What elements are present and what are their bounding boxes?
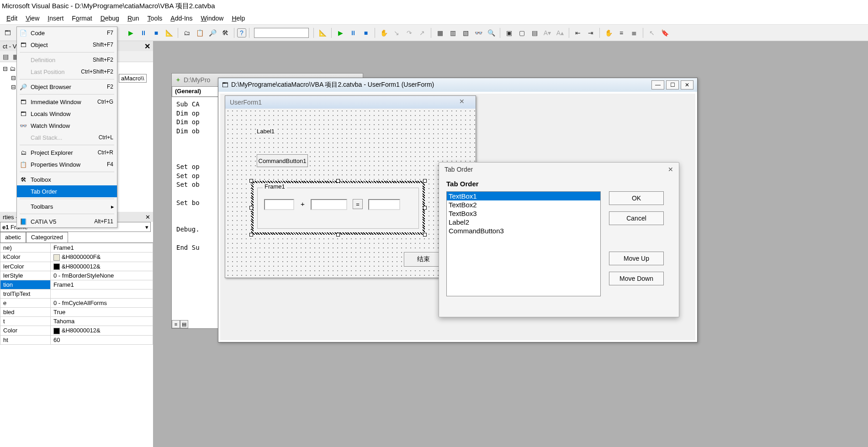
stop-icon[interactable]: ■ <box>150 27 162 39</box>
property-value[interactable]: &H80000012& <box>51 262 153 271</box>
menu-item-object[interactable]: 🗔ObjectShift+F7 <box>17 39 117 51</box>
indent-icon[interactable]: ⇥ <box>585 27 597 39</box>
stop2-icon[interactable]: ■ <box>360 27 372 39</box>
resize-handle[interactable] <box>249 206 253 210</box>
property-value[interactable]: Tahoma <box>51 317 153 326</box>
menu-format[interactable]: Format <box>68 13 95 23</box>
expand-icon[interactable]: ⊟ <box>11 74 16 81</box>
menu-item-tab-order[interactable]: Tab Order <box>17 185 117 197</box>
property-value[interactable]: Frame1 <box>51 243 153 252</box>
property-value[interactable]: True <box>51 308 153 317</box>
align-icon[interactable]: ▦ <box>434 27 446 39</box>
property-row[interactable]: bledTrue <box>0 308 153 317</box>
menu-item-locals-window[interactable]: 🗔Locals Window <box>17 108 117 120</box>
close-icon[interactable]: ✕ <box>459 98 471 107</box>
cancel-button[interactable]: Cancel <box>609 211 664 225</box>
tab-order-item[interactable]: TextBox1 <box>447 192 600 200</box>
align3-icon[interactable]: ▧ <box>460 27 471 39</box>
tab-alphabetic[interactable]: abetic <box>0 232 26 242</box>
menu-item-watch-window[interactable]: 👓Watch Window <box>17 120 117 131</box>
maximize-button[interactable]: ☐ <box>666 80 679 89</box>
resize-handle[interactable] <box>423 233 427 237</box>
menu-item-properties-window[interactable]: 📋Properties WindowF4 <box>17 158 117 170</box>
property-value[interactable]: Frame1 <box>51 280 153 289</box>
close-icon[interactable]: ✕ <box>144 42 150 51</box>
project-icon[interactable]: 🗂 <box>181 27 193 39</box>
property-row[interactable]: e0 - fmCycleAllForms <box>0 299 153 308</box>
move-down-button[interactable]: Move Down <box>609 272 664 285</box>
property-value[interactable]: &H8000000F& <box>51 252 153 262</box>
menu-view[interactable]: View <box>22 13 43 23</box>
property-row[interactable]: tionFrame1 <box>0 280 153 289</box>
property-value[interactable] <box>51 289 153 299</box>
expand-icon[interactable]: ⊟ <box>3 65 8 72</box>
move-up-button[interactable]: Move Up <box>609 252 664 265</box>
label1[interactable]: Label1 <box>257 128 275 135</box>
menu-addins[interactable]: Add-Ins <box>167 13 196 23</box>
tb-combo[interactable] <box>254 28 309 38</box>
design-icon[interactable]: 📐 <box>163 27 175 39</box>
proc-view-icon[interactable]: ≡ <box>172 320 180 328</box>
resize-handle[interactable] <box>423 206 427 210</box>
tab-order-item[interactable]: Label2 <box>447 218 600 226</box>
textbox3[interactable] <box>368 199 400 210</box>
toolbox-icon[interactable]: 🛠 <box>219 27 231 39</box>
tb-view-icon[interactable]: 🗔 <box>2 27 14 39</box>
menu-help[interactable]: Help <box>228 13 249 23</box>
tab-order-item[interactable]: TextBox3 <box>447 209 600 218</box>
comment-icon[interactable]: ≡ <box>615 27 627 39</box>
commandbutton3[interactable]: = <box>353 199 363 209</box>
run-icon[interactable]: ▶ <box>125 27 137 39</box>
property-row[interactable]: kColor&H8000000F& <box>0 252 153 262</box>
menu-item-toolbox[interactable]: 🛠Toolbox <box>17 174 117 185</box>
property-row[interactable]: tTahoma <box>0 317 153 326</box>
full-view-icon[interactable]: ▤ <box>180 320 188 328</box>
textbox1[interactable] <box>264 199 294 210</box>
close-icon[interactable]: ✕ <box>145 214 150 221</box>
menu-item-object-browser[interactable]: 🔎Object BrowserF2 <box>17 81 117 93</box>
property-row[interactable]: lerStyle0 - fmBorderStyleNone <box>0 271 153 280</box>
bring-front-icon[interactable]: ▣ <box>503 27 515 39</box>
object-browser-icon[interactable]: 🔎 <box>206 27 218 39</box>
send-back-icon[interactable]: ▢ <box>516 27 528 39</box>
properties-icon[interactable]: 📋 <box>194 27 206 39</box>
menu-tools[interactable]: Tools <box>144 13 166 23</box>
commandbutton1[interactable]: CommandButton1 <box>257 154 308 167</box>
menu-item-code[interactable]: 📄CodeF7 <box>17 27 117 39</box>
minimize-button[interactable]: — <box>651 80 664 89</box>
tab-categorized[interactable]: Categorized <box>26 232 68 242</box>
menu-window[interactable]: Window <box>197 13 228 23</box>
property-value[interactable]: 0 - fmBorderStyleNone <box>51 271 153 280</box>
resize-handle[interactable] <box>336 179 340 183</box>
frame1-wrapper[interactable]: Frame1 + = <box>251 181 425 235</box>
close-icon[interactable]: ✕ <box>668 166 673 173</box>
property-row[interactable]: trolTipText <box>0 289 153 299</box>
ok-button[interactable]: OK <box>609 191 664 205</box>
resize-handle[interactable] <box>336 233 340 237</box>
outdent-icon[interactable]: ⇤ <box>572 27 584 39</box>
property-row[interactable]: lerColor&H80000012& <box>0 262 153 271</box>
tab-order-list[interactable]: TextBox1TextBox2TextBox3Label2CommandBut… <box>446 191 601 296</box>
menu-run[interactable]: Run <box>124 13 143 23</box>
form-window-title[interactable]: 🗔 D:\MyPrograme\catiaMacro\VBA 项目2.catvb… <box>218 78 697 92</box>
property-value[interactable]: 0 - fmCycleAllForms <box>51 299 153 308</box>
menu-insert[interactable]: Insert <box>44 13 67 23</box>
menu-edit[interactable]: Edit <box>3 13 21 23</box>
uncomment-icon[interactable]: ≣ <box>628 27 640 39</box>
property-value[interactable]: 60 <box>51 335 153 344</box>
pause-icon[interactable]: ⏸ <box>138 27 149 39</box>
design-mode-icon[interactable]: 📐 <box>317 27 328 39</box>
property-row[interactable]: Color&H80000012& <box>0 326 153 336</box>
tab-order-item[interactable]: TextBox2 <box>447 200 600 209</box>
pause2-icon[interactable]: ⏸ <box>347 27 359 39</box>
menu-debug[interactable]: Debug <box>97 13 123 23</box>
menu-item-project-explorer[interactable]: 🗂Project ExplorerCtrl+R <box>17 147 117 158</box>
menu-item-toolbars[interactable]: Toolbars▸ <box>17 200 117 212</box>
resize-handle[interactable] <box>249 179 253 183</box>
textbox2[interactable] <box>311 199 347 210</box>
property-row[interactable]: ht60 <box>0 335 153 344</box>
close-button[interactable]: ✕ <box>681 80 693 89</box>
help-icon[interactable]: ? <box>237 28 246 37</box>
end-button[interactable]: 结束 <box>404 252 443 267</box>
run2-icon[interactable]: ▶ <box>334 27 346 39</box>
